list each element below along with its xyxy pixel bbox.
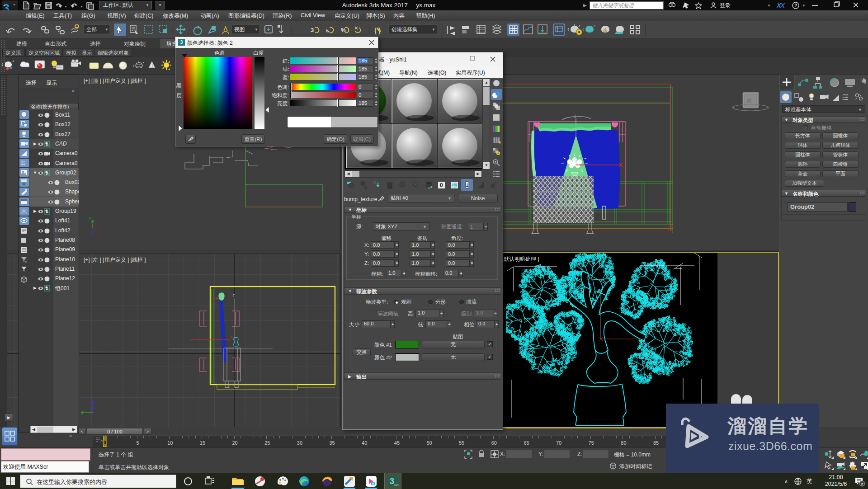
svg-text:0: 0: [440, 182, 443, 188]
svg-text:前: 前: [746, 98, 752, 103]
svg-text:全部: 全部: [86, 27, 97, 32]
svg-text:y: y: [89, 216, 91, 220]
svg-text:z: z: [574, 113, 576, 118]
svg-text:x: x: [231, 334, 233, 339]
svg-text:▼: ▼: [80, 5, 83, 8]
svg-text:▼: ▼: [255, 28, 258, 32]
svg-text:z: z: [233, 293, 235, 297]
svg-text:▼: ▼: [767, 4, 771, 8]
svg-text:z: z: [90, 396, 92, 401]
svg-text:▼: ▼: [432, 28, 435, 32]
svg-text:X: X: [780, 1, 785, 9]
svg-text:▼: ▼: [802, 4, 806, 8]
svg-text:2: 2: [861, 482, 863, 486]
svg-text:⊾: ⊾: [326, 28, 330, 33]
svg-text:▼: ▼: [13, 3, 16, 6]
svg-text:创建选择集: 创建选择集: [392, 27, 418, 32]
svg-text:?: ?: [794, 3, 797, 8]
svg-text:▼: ▼: [64, 5, 67, 8]
svg-text:{: {: [374, 27, 377, 34]
svg-text:3: 3: [390, 477, 394, 486]
svg-text:视图: 视图: [234, 27, 245, 32]
svg-text:登录: 登录: [720, 2, 731, 9]
svg-text:▼: ▼: [105, 28, 108, 32]
svg-text:3: 3: [311, 27, 314, 33]
svg-text:MAX: MAX: [394, 484, 399, 486]
